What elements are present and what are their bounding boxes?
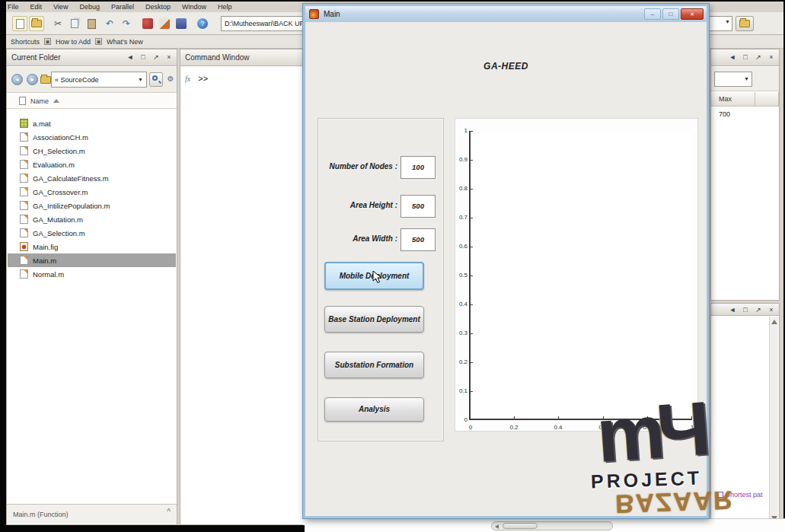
vertical-scrollbar[interactable] bbox=[769, 317, 778, 524]
m-file-icon bbox=[20, 146, 28, 155]
menu-bar: File Edit View Debug Parallel Desktop Wi… bbox=[8, 2, 327, 12]
breadcrumb: « SourceCode bbox=[55, 76, 99, 84]
copy-icon[interactable] bbox=[67, 16, 82, 31]
history-entry[interactable]: Shortest pat bbox=[717, 491, 763, 499]
menu-help[interactable]: Help bbox=[218, 3, 232, 11]
paste-icon[interactable] bbox=[84, 16, 99, 31]
width-field[interactable]: 500 bbox=[400, 228, 436, 251]
x-tick: 0.4 bbox=[549, 424, 567, 431]
chevron-down-icon[interactable]: ▼ bbox=[725, 19, 730, 24]
m-file-icon bbox=[20, 132, 28, 142]
file-row[interactable]: AssociationCH.m bbox=[8, 130, 176, 144]
scroll-up-icon[interactable] bbox=[771, 320, 777, 324]
substation-formation-button[interactable]: Substation Formation bbox=[324, 352, 424, 378]
chevron-down-icon: ▼ bbox=[138, 77, 143, 82]
redo-icon[interactable]: ↷ bbox=[119, 16, 134, 31]
search-button[interactable] bbox=[149, 72, 163, 87]
profiler-icon[interactable] bbox=[174, 16, 189, 31]
close-icon[interactable]: × bbox=[767, 305, 776, 315]
menu-edit[interactable]: Edit bbox=[30, 3, 43, 11]
undo-icon[interactable]: ↶ bbox=[102, 16, 117, 31]
file-row[interactable]: GA_CalculateFitness.m bbox=[8, 171, 176, 185]
float-icon[interactable]: □ bbox=[139, 53, 148, 62]
forward-icon[interactable]: ► bbox=[27, 74, 38, 85]
menu-desktop[interactable]: Desktop bbox=[145, 3, 171, 11]
new-file-icon[interactable] bbox=[12, 16, 27, 31]
m-file-icon bbox=[20, 201, 28, 210]
file-row[interactable]: GA_Crossover.m bbox=[8, 185, 176, 199]
command-prompt[interactable]: fx >> bbox=[185, 74, 208, 83]
file-row-selected[interactable]: Main.m bbox=[8, 253, 176, 267]
file-name: Normal.m bbox=[33, 270, 64, 279]
x-tick: 0.2 bbox=[505, 424, 523, 431]
undock-icon[interactable]: ↗ bbox=[754, 305, 763, 315]
mouse-cursor-icon bbox=[372, 270, 385, 284]
y-tick: 0.2 bbox=[455, 358, 467, 365]
menu-debug[interactable]: Debug bbox=[79, 3, 100, 11]
simulink-icon[interactable] bbox=[140, 16, 155, 31]
file-row[interactable]: CH_Selection.m bbox=[8, 144, 176, 158]
base-station-deployment-button[interactable]: Base Station Deployment bbox=[324, 306, 424, 333]
minimize-button[interactable]: – bbox=[644, 8, 661, 20]
back-icon[interactable]: ◄ bbox=[11, 74, 23, 85]
maximize-button[interactable]: □ bbox=[662, 8, 679, 20]
file-row[interactable]: GA_Mutation.m bbox=[8, 212, 176, 226]
screen: File Edit View Debug Parallel Desktop Wi… bbox=[0, 0, 785, 532]
file-row[interactable]: Normal.m bbox=[8, 267, 176, 281]
figure-window-icon bbox=[309, 9, 319, 19]
file-row[interactable]: Main.fig bbox=[8, 240, 176, 253]
float-icon[interactable]: □ bbox=[741, 305, 750, 315]
workspace-combo[interactable]: ▼ bbox=[714, 72, 752, 87]
height-field[interactable]: 500 bbox=[400, 195, 436, 218]
m-file-icon bbox=[20, 187, 28, 196]
cut-icon[interactable]: ✂ bbox=[50, 16, 65, 31]
nodes-field[interactable]: 100 bbox=[400, 156, 436, 179]
file-icon bbox=[19, 97, 26, 105]
max-column-header[interactable]: Max bbox=[711, 92, 755, 107]
shortcut-how-to-add[interactable]: How to Add bbox=[56, 38, 91, 46]
dock-icon[interactable]: ◄ bbox=[728, 53, 737, 62]
analysis-button[interactable]: Analysis bbox=[324, 397, 424, 422]
menu-window[interactable]: Window bbox=[182, 3, 206, 11]
menu-view[interactable]: View bbox=[53, 3, 68, 11]
undock-icon[interactable]: ↗ bbox=[754, 53, 763, 62]
window-title-bar[interactable]: Main – □ × bbox=[305, 6, 707, 22]
sort-asc-icon bbox=[53, 99, 59, 103]
file-row[interactable]: GA_IntilizePopulation.m bbox=[8, 199, 176, 212]
file-row[interactable]: Evaluation.m bbox=[8, 158, 176, 171]
scrollbar-thumb[interactable] bbox=[503, 523, 538, 529]
workspace-header: ◄ □ ↗ × bbox=[711, 49, 779, 66]
menu-parallel[interactable]: Parallel bbox=[111, 3, 134, 11]
close-icon[interactable]: × bbox=[767, 53, 776, 62]
shortcut-whats-new[interactable]: What's New bbox=[107, 38, 143, 46]
name-column-header[interactable]: Name bbox=[7, 94, 177, 109]
dock-icon[interactable]: ◄ bbox=[126, 53, 135, 62]
close-icon[interactable]: × bbox=[164, 53, 174, 62]
gear-icon[interactable]: ⚙ bbox=[164, 72, 177, 87]
collapse-details-icon[interactable]: ^ bbox=[167, 508, 171, 516]
folder-breadcrumb-combo[interactable]: « SourceCode ▼ bbox=[51, 72, 147, 88]
menu-file[interactable]: File bbox=[8, 3, 19, 11]
close-button[interactable]: × bbox=[681, 8, 704, 20]
help-icon[interactable]: ? bbox=[195, 16, 210, 31]
workspace-panel: ◄ □ ↗ × ▼ Max 700 bbox=[710, 49, 780, 301]
plot-area bbox=[469, 131, 692, 420]
open-file-icon[interactable] bbox=[29, 16, 44, 31]
float-icon[interactable]: □ bbox=[741, 53, 750, 62]
command-window-title: Command Window bbox=[185, 53, 249, 62]
scroll-left-icon[interactable] bbox=[495, 524, 499, 529]
browse-folder-button[interactable] bbox=[736, 16, 754, 31]
app-heading: GA-HEED bbox=[305, 61, 707, 72]
guide-icon[interactable] bbox=[157, 16, 172, 31]
horizontal-scrollbar[interactable] bbox=[491, 521, 613, 530]
current-folder-title: Current Folder bbox=[11, 53, 60, 62]
file-row[interactable]: a.mat bbox=[8, 116, 176, 130]
file-name: GA_Mutation.m bbox=[33, 215, 83, 224]
history-entry-text: Shortest pat bbox=[726, 491, 763, 499]
empty-column-header[interactable] bbox=[755, 92, 779, 107]
y-tick: 0 bbox=[455, 416, 467, 423]
undock-icon[interactable]: ↗ bbox=[152, 53, 161, 62]
dock-icon[interactable]: ◄ bbox=[728, 305, 737, 315]
plot-axes: 1 0.9 0.8 0.7 0.6 0.5 0.4 0.3 0.2 0.1 0 … bbox=[455, 118, 698, 432]
file-row[interactable]: GA_Selection.m bbox=[8, 226, 176, 240]
